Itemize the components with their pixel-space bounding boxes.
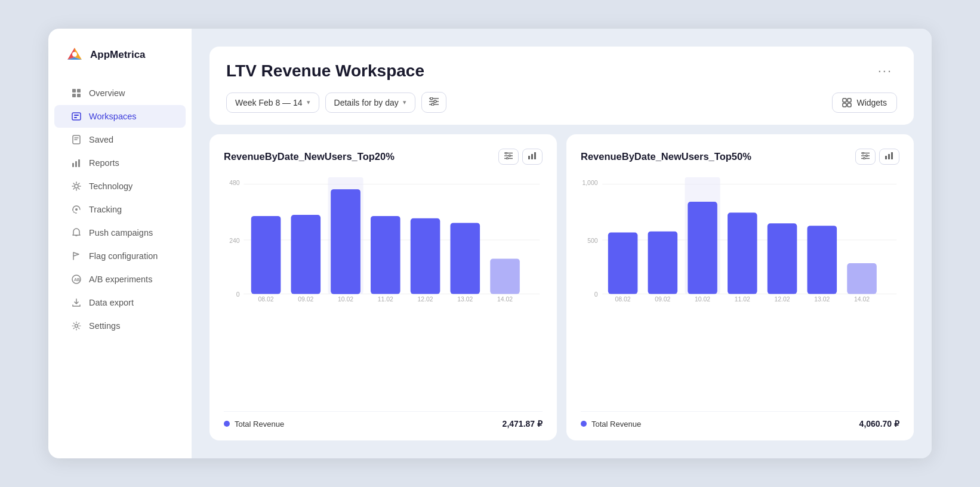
- sidebar-label-push-campaigns: Push campaigns: [89, 228, 153, 238]
- svg-rect-5: [77, 94, 81, 97]
- bar-12-1: [411, 218, 440, 294]
- chevron-down-icon: ▾: [307, 98, 310, 106]
- reports-icon: [71, 158, 82, 168]
- svg-point-33: [507, 158, 509, 159]
- legend-dot-1: [224, 421, 230, 427]
- svg-rect-24: [843, 98, 846, 102]
- svg-text:12.02: 12.02: [417, 296, 433, 303]
- svg-rect-66: [847, 263, 877, 294]
- svg-text:14.02: 14.02: [497, 296, 513, 303]
- svg-rect-12: [78, 159, 80, 167]
- svg-point-48: [862, 152, 864, 154]
- chart-header-1: RevenueByDate_NewUsers_Top20%: [224, 149, 543, 165]
- filter-icon: [504, 152, 513, 159]
- svg-rect-55: [891, 152, 893, 159]
- bar-10-1b: [331, 189, 360, 294]
- workspaces-icon: [71, 111, 82, 122]
- legend-label-1: Total Revenue: [235, 420, 284, 429]
- bar-chart-icon: [528, 152, 537, 159]
- y-label-max-1: 480: [229, 180, 240, 186]
- details-button[interactable]: Details for by day ▾: [325, 93, 415, 113]
- filter-settings-button[interactable]: [421, 92, 446, 113]
- sidebar-label-reports: Reports: [89, 158, 119, 168]
- chart-filter-button-2[interactable]: [855, 149, 876, 165]
- technology-icon: [71, 181, 82, 192]
- svg-rect-54: [888, 154, 890, 159]
- sidebar-item-overview[interactable]: Overview: [54, 82, 186, 104]
- bar-chart-svg-1: 480 240 0: [224, 174, 543, 306]
- logo-text: AppMetrica: [90, 49, 146, 61]
- svg-rect-11: [75, 161, 77, 167]
- svg-rect-59: [608, 233, 638, 294]
- svg-rect-65: [808, 226, 837, 294]
- sidebar-item-reports[interactable]: Reports: [54, 152, 186, 174]
- svg-point-52: [864, 158, 865, 159]
- chart-body-1: 480 240 0: [224, 174, 543, 405]
- y-label-mid-1: 240: [229, 238, 240, 244]
- chart-bar-button-2[interactable]: [879, 149, 899, 165]
- sidebar-item-technology[interactable]: Technology: [54, 175, 186, 198]
- svg-rect-36: [534, 152, 536, 159]
- y-label-mid-2: 500: [587, 238, 598, 244]
- sidebar-item-push-campaigns[interactable]: Push campaigns: [54, 221, 186, 244]
- more-options-button[interactable]: ···: [873, 61, 897, 81]
- widgets-icon: [842, 98, 852, 107]
- header-top: LTV Revenue Workspace ···: [226, 61, 897, 81]
- legend-item-2: Total Revenue: [581, 420, 641, 429]
- sidebar-item-data-export[interactable]: Data export: [54, 291, 186, 314]
- sidebar-item-settings[interactable]: Settings: [54, 315, 186, 337]
- sidebar-label-ab-experiments: A/B experiments: [89, 275, 152, 284]
- svg-rect-7: [74, 115, 79, 116]
- sidebar-item-saved[interactable]: Saved: [54, 128, 186, 151]
- toolbar-left: Week Feb 8 — 14 ▾ Details for by day ▾: [226, 92, 446, 113]
- chart-card-2: RevenueByDate_NewUsers_Top50%: [566, 134, 914, 440]
- svg-rect-60: [648, 232, 678, 294]
- charts-row: RevenueByDate_NewUsers_Top20%: [209, 134, 914, 440]
- filter-icon: [861, 152, 870, 159]
- svg-rect-53: [885, 156, 887, 159]
- svg-rect-64: [768, 223, 797, 294]
- svg-rect-3: [77, 89, 81, 93]
- sidebar-label-flag-configuration: Flag configuration: [89, 251, 158, 261]
- total-revenue-2: 4,060.70 ₽: [859, 419, 899, 429]
- sidebar-item-tracking[interactable]: Tracking: [54, 198, 186, 221]
- sidebar-nav: Overview Workspaces: [48, 81, 192, 338]
- legend-label-2: Total Revenue: [591, 420, 641, 429]
- chart-title-1: RevenueByDate_NewUsers_Top20%: [224, 151, 395, 162]
- sidebar-item-ab-experiments[interactable]: AB A/B experiments: [54, 268, 186, 291]
- svg-point-13: [75, 184, 78, 188]
- chart-footer-2: Total Revenue 4,060.70 ₽: [581, 411, 899, 429]
- svg-text:14.02: 14.02: [854, 296, 870, 303]
- svg-rect-2: [72, 89, 76, 93]
- sidebar-label-tracking: Tracking: [89, 205, 122, 214]
- date-range-button[interactable]: Week Feb 8 — 14 ▾: [226, 93, 319, 113]
- svg-point-19: [430, 97, 433, 100]
- svg-point-31: [509, 155, 511, 157]
- svg-rect-62: [688, 202, 717, 294]
- toolbar: Week Feb 8 — 14 ▾ Details for by day ▾: [226, 92, 897, 113]
- chart-filter-button-1[interactable]: [498, 149, 519, 165]
- chart-footer-1: Total Revenue 2,471.87 ₽: [224, 411, 543, 429]
- chart-card-1: RevenueByDate_NewUsers_Top20%: [209, 134, 557, 440]
- widgets-button[interactable]: Widgets: [832, 93, 897, 113]
- sidebar-label-workspaces: Workspaces: [89, 112, 137, 121]
- date-range-label: Week Feb 8 — 14: [235, 98, 303, 107]
- bar-11-1: [371, 216, 400, 294]
- chart-bar-button-1[interactable]: [522, 149, 543, 165]
- app-container: AppMetrica Overview: [48, 29, 932, 458]
- svg-point-1: [72, 52, 77, 57]
- sliders-icon: [429, 97, 439, 106]
- svg-text:11.02: 11.02: [735, 296, 750, 303]
- svg-text:09.02: 09.02: [655, 296, 670, 303]
- chart-actions-1: [498, 149, 543, 165]
- logo-area: AppMetrica: [48, 45, 192, 81]
- sidebar-item-workspaces[interactable]: Workspaces: [54, 105, 186, 128]
- svg-rect-4: [72, 94, 76, 97]
- svg-rect-34: [528, 156, 530, 159]
- sidebar-item-flag-configuration[interactable]: Flag configuration: [54, 245, 186, 267]
- sidebar: AppMetrica Overview: [48, 29, 192, 458]
- svg-text:13.02: 13.02: [814, 296, 830, 303]
- svg-text:09.02: 09.02: [298, 296, 313, 303]
- sidebar-label-settings: Settings: [89, 321, 120, 331]
- page-title: LTV Revenue Workspace: [226, 61, 424, 81]
